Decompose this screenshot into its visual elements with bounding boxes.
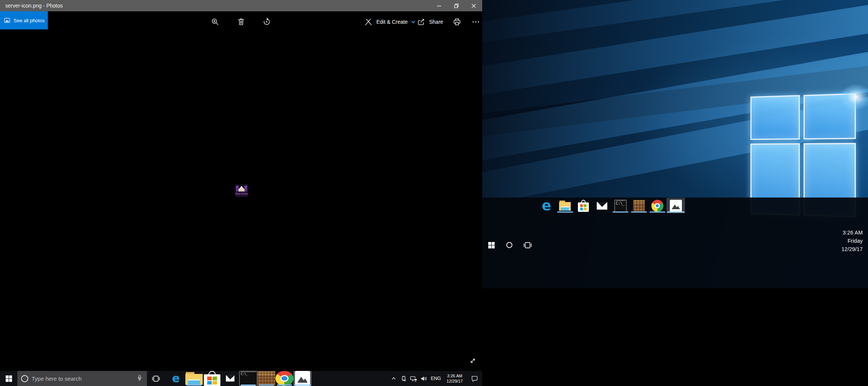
photos-icon: [293, 371, 312, 386]
print-button[interactable]: [448, 11, 466, 32]
clock-time: 3:26 AM: [842, 228, 863, 237]
wallpaper-corner-glow: [834, 79, 868, 115]
taskbar-button-command-prompt[interactable]: C:\_: [611, 198, 630, 213]
photo-viewer-canvas[interactable]: Mine Ender: [0, 32, 482, 371]
search-box[interactable]: [17, 371, 147, 386]
start-button[interactable]: [482, 237, 500, 253]
running-indicator: [294, 384, 311, 386]
taskbar-button-file-explorer[interactable]: [185, 371, 203, 386]
search-input[interactable]: [32, 375, 133, 382]
network-button[interactable]: [408, 371, 419, 386]
restore-icon: [454, 3, 459, 8]
share-label: Share: [429, 19, 443, 25]
usb-device-button[interactable]: [399, 371, 408, 386]
printer-icon: [452, 17, 462, 26]
secondary-clock[interactable]: 3:26 AM Friday 12/29/17: [842, 228, 863, 253]
running-indicator: [667, 211, 685, 213]
clock-time: 3:26 AM: [447, 373, 462, 378]
language-indicator[interactable]: ENG: [429, 371, 443, 386]
action-center-button[interactable]: [466, 371, 482, 386]
taskbar-button-file-explorer[interactable]: [556, 198, 574, 213]
taskbar-button-photos[interactable]: [666, 198, 685, 213]
network-icon: [410, 375, 417, 382]
edit-create-button[interactable]: Edit & Create: [364, 11, 416, 32]
edge-icon: e: [542, 199, 551, 213]
window-titlebar[interactable]: server-icon.png - Photos: [0, 0, 482, 11]
cortana-ring-icon: [506, 242, 512, 248]
see-all-photos-label: See all photos: [14, 18, 44, 23]
zoom-in-icon: [211, 17, 220, 26]
windows-logo-icon: [6, 375, 12, 382]
chevron-down-icon: [411, 20, 416, 24]
running-indicator: [613, 211, 628, 213]
clock-date: 12/29/17: [842, 245, 863, 253]
microphone-icon[interactable]: [136, 374, 143, 383]
share-button[interactable]: Share: [417, 11, 443, 32]
task-view-button[interactable]: [518, 237, 536, 253]
taskbar-button-chrome[interactable]: [275, 371, 293, 386]
server-icon-caption: Mine Ender: [235, 192, 248, 195]
speaker-icon: [420, 375, 427, 382]
delete-button[interactable]: [232, 11, 250, 32]
rotate-icon: [262, 17, 271, 26]
see-all-photos-button[interactable]: See all photos: [0, 11, 48, 29]
file-explorer-icon: [559, 200, 571, 212]
windows-logo-icon: [488, 242, 495, 248]
taskbar-button-photos[interactable]: [293, 371, 312, 386]
task-view-button[interactable]: [147, 371, 165, 386]
running-indicator: [241, 384, 256, 386]
ellipsis-icon: [471, 17, 480, 26]
primary-taskbar: eC:\_ ENG 3:26 AM 12/29/17: [0, 371, 482, 386]
photos-icon: [670, 200, 682, 212]
windows-logo-pane: [750, 95, 800, 140]
secondary-taskbar-start-row: [482, 237, 536, 253]
start-button[interactable]: [0, 371, 17, 386]
taskbar-button-command-prompt[interactable]: C:\_: [239, 371, 257, 386]
system-tray: ENG 3:26 AM 12/29/17: [389, 371, 482, 386]
zoom-button[interactable]: [206, 11, 224, 32]
taskbar-button-minecraft[interactable]: [257, 371, 275, 386]
cortana-button[interactable]: [500, 237, 518, 253]
taskbar-clock[interactable]: 3:26 AM 12/29/17: [443, 371, 466, 386]
chrome-icon: [651, 200, 663, 212]
language-label: ENG: [431, 376, 441, 381]
chevron-up-icon: [391, 375, 397, 381]
photos-app-window: server-icon.png - Photos See all: [0, 0, 482, 371]
primary-taskbar-app-icons: eC:\_: [167, 371, 312, 386]
secondary-display: eC:\_ 3:26 AM: [482, 0, 868, 288]
minecraft-icon: [633, 200, 645, 212]
edge-icon: e: [172, 373, 180, 384]
show-hidden-icons-button[interactable]: [389, 371, 399, 386]
task-view-icon: [523, 242, 532, 248]
taskbar-button-minecraft[interactable]: [630, 198, 648, 213]
microsoft-store-icon: [203, 371, 221, 386]
taskbar-button-mail[interactable]: [593, 198, 611, 213]
rotate-button[interactable]: [258, 11, 275, 32]
minimize-button[interactable]: [430, 0, 448, 11]
taskbar-button-microsoft-edge[interactable]: e: [167, 371, 185, 386]
file-explorer-icon: [185, 371, 203, 386]
expand-icon: [469, 357, 477, 365]
photo-server-icon-image: Mine Ender: [235, 184, 248, 197]
notification-bubble-icon: [471, 375, 478, 382]
minecraft-icon: [257, 371, 275, 386]
window-title: server-icon.png - Photos: [5, 3, 63, 9]
command-prompt-icon: C:\_: [239, 371, 257, 386]
taskbar-button-chrome[interactable]: [648, 198, 666, 213]
edit-create-label: Edit & Create: [376, 19, 408, 25]
taskbar-button-mail[interactable]: [221, 371, 239, 386]
restore-button[interactable]: [448, 0, 465, 11]
close-button[interactable]: [465, 0, 482, 11]
expand-button[interactable]: [467, 355, 478, 366]
volume-button[interactable]: [419, 371, 429, 386]
cortana-ring-icon: [21, 375, 28, 382]
running-indicator: [259, 384, 274, 386]
mail-icon: [596, 200, 608, 212]
running-indicator: [277, 384, 292, 386]
share-icon: [417, 17, 426, 26]
taskbar-button-microsoft-edge[interactable]: e: [537, 198, 556, 213]
taskbar-button-microsoft-store[interactable]: [574, 198, 593, 213]
task-view-icon: [152, 375, 160, 382]
command-prompt-icon: C:\_: [614, 200, 627, 212]
taskbar-button-microsoft-store[interactable]: [203, 371, 221, 386]
